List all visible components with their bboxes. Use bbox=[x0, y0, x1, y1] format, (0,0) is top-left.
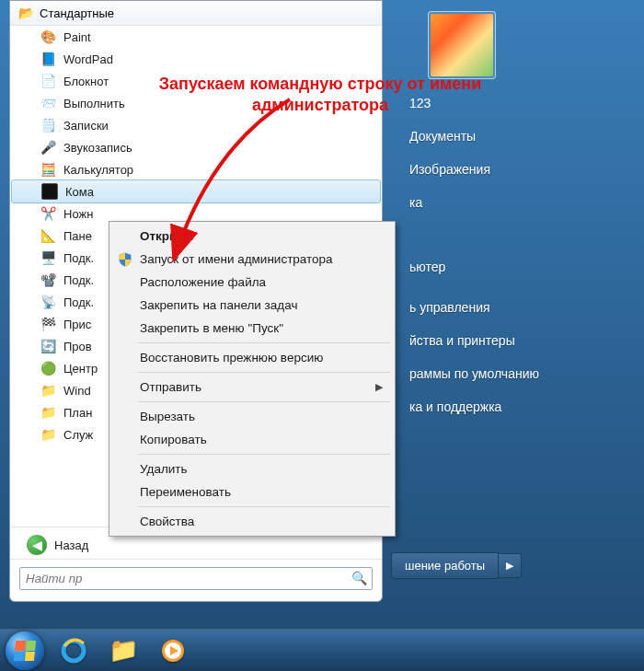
ctx-label: Отправить bbox=[140, 380, 201, 394]
right-link-documents[interactable]: Документы bbox=[409, 129, 635, 144]
tutorial-annotation: Запускаем командную строку от имени адми… bbox=[155, 74, 486, 115]
explorer-folder-icon: 📁 bbox=[109, 636, 138, 665]
cmd-icon bbox=[41, 183, 58, 200]
tablet-folder-icon: 📁 bbox=[40, 404, 56, 421]
shutdown-button[interactable]: шение работы bbox=[391, 552, 499, 579]
ctx-label: Запуск от имени администратора bbox=[140, 252, 333, 266]
program-item-sticky-notes[interactable]: 🗒️ Записки bbox=[10, 114, 382, 136]
ctx-restore-version[interactable]: Восстановить прежнюю версию bbox=[112, 346, 392, 369]
submenu-arrow-icon: ▶ bbox=[375, 381, 383, 393]
ie-icon bbox=[60, 637, 87, 665]
ctx-pin-start[interactable]: Закрепить в меню "Пуск" bbox=[112, 317, 392, 340]
sync-center-icon: 🟢 bbox=[40, 360, 56, 376]
ctx-label: Закрепить на панели задач bbox=[140, 298, 297, 312]
ctx-file-location[interactable]: Расположение файла bbox=[112, 271, 392, 294]
right-link-help[interactable]: ка и поддержка bbox=[409, 399, 635, 414]
annotation-line-1: Запускаем командную строку от имени bbox=[159, 75, 482, 93]
user-avatar-frame[interactable] bbox=[428, 11, 496, 79]
program-label: Калькулятор bbox=[63, 163, 133, 177]
calculator-icon: 🧮 bbox=[40, 161, 56, 178]
ctx-separator bbox=[138, 454, 390, 455]
program-label: Paint bbox=[63, 30, 91, 44]
projector-icon: 📽️ bbox=[40, 272, 56, 288]
program-label: Подк. bbox=[63, 295, 94, 309]
ctx-open[interactable]: Открыть bbox=[112, 225, 392, 248]
right-link-devices[interactable]: йства и принтеры bbox=[409, 333, 635, 348]
annotation-line-2: администратора bbox=[252, 96, 388, 114]
start-menu-right-column: 123 Документы Изображения ка ьютер ь упр… bbox=[391, 0, 635, 414]
shutdown-options-button[interactable]: ▶ bbox=[499, 553, 522, 578]
program-item-paint[interactable]: 🎨 Paint bbox=[10, 26, 382, 48]
search-icon: 🔍 bbox=[351, 571, 367, 585]
program-label: План bbox=[63, 406, 92, 420]
context-menu: Открыть Запуск от имени администратора Р… bbox=[109, 221, 396, 537]
shutdown-row: шение работы ▶ bbox=[391, 552, 522, 579]
ctx-label: Вырезать bbox=[140, 410, 195, 423]
ctx-separator bbox=[138, 342, 390, 343]
wordpad-icon: 📘 bbox=[40, 51, 56, 67]
program-label: Блокнот bbox=[63, 75, 109, 88]
ctx-label: Восстановить прежнюю версию bbox=[140, 351, 323, 364]
right-link-computer[interactable]: ьютер bbox=[409, 260, 635, 274]
getting-started-icon: 🏁 bbox=[40, 316, 56, 332]
program-label: Пров bbox=[63, 340, 92, 353]
program-label: Прис bbox=[63, 318, 91, 331]
ctx-copy[interactable]: Копировать bbox=[112, 428, 392, 451]
run-icon: 📨 bbox=[40, 95, 56, 111]
ctx-run-as-admin[interactable]: Запуск от имени администратора bbox=[112, 248, 392, 271]
system-tools-folder-icon: 📁 bbox=[40, 426, 56, 443]
ctx-properties[interactable]: Свойства bbox=[112, 510, 392, 533]
ctx-separator bbox=[138, 372, 390, 373]
program-label: Выполнить bbox=[63, 97, 125, 110]
sticky-notes-icon: 🗒️ bbox=[40, 117, 56, 133]
start-orb[interactable] bbox=[6, 631, 44, 670]
ctx-label: Свойства bbox=[140, 515, 194, 528]
program-item-wordpad[interactable]: 📘 WordPad bbox=[10, 48, 382, 70]
paint-icon: 🎨 bbox=[40, 29, 56, 45]
back-arrow-icon: ◀ bbox=[27, 535, 47, 555]
ctx-cut[interactable]: Вырезать bbox=[112, 405, 392, 428]
right-link-control-panel[interactable]: ь управления bbox=[409, 300, 635, 315]
program-label: Пане bbox=[63, 229, 92, 243]
taskbar-ie[interactable] bbox=[53, 635, 94, 666]
folder-icon: 📁 bbox=[40, 382, 56, 399]
uac-shield-icon bbox=[118, 252, 132, 267]
taskbar-media-player[interactable] bbox=[153, 635, 193, 666]
notepad-icon: 📄 bbox=[40, 73, 56, 89]
program-label: Записки bbox=[63, 119, 109, 133]
ctx-separator bbox=[138, 506, 390, 507]
ctx-send-to[interactable]: Отправить ▶ bbox=[112, 376, 392, 399]
right-link-music[interactable]: ка bbox=[409, 195, 635, 210]
taskbar-explorer[interactable]: 📁 bbox=[103, 635, 144, 666]
ctx-label: Открыть bbox=[140, 229, 194, 243]
math-panel-icon: 📐 bbox=[40, 227, 56, 244]
right-link-default-progs[interactable]: раммы по умолчанию bbox=[409, 366, 635, 381]
program-label: Звукозапись bbox=[63, 141, 132, 155]
search-input[interactable] bbox=[19, 567, 373, 590]
program-item-sound-recorder[interactable]: 🎤 Звукозапись bbox=[10, 136, 382, 158]
folder-title: Стандартные bbox=[40, 6, 114, 20]
program-label: Подк. bbox=[63, 273, 94, 287]
ctx-label: Удалить bbox=[140, 462, 188, 476]
ctx-pin-taskbar[interactable]: Закрепить на панели задач bbox=[112, 294, 392, 317]
right-link-images[interactable]: Изображения bbox=[409, 162, 635, 177]
program-label: Ножн bbox=[63, 207, 93, 221]
ctx-label: Копировать bbox=[140, 433, 207, 446]
snipping-icon: ✂️ bbox=[40, 205, 56, 222]
ctx-separator bbox=[138, 401, 390, 402]
ctx-label: Переименовать bbox=[140, 485, 231, 499]
ctx-delete[interactable]: Удалить bbox=[112, 457, 392, 480]
program-item-cmd[interactable]: Кома bbox=[11, 179, 381, 203]
rdp-icon: 🖥️ bbox=[40, 249, 56, 266]
sound-recorder-icon: 🎤 bbox=[40, 139, 56, 156]
ctx-label: Расположение файла bbox=[140, 275, 266, 289]
programs-folder-header[interactable]: 📂 Стандартные bbox=[10, 1, 382, 26]
program-label: Служ bbox=[63, 428, 93, 442]
media-player-icon bbox=[159, 637, 187, 665]
ctx-rename[interactable]: Переименовать bbox=[112, 480, 392, 503]
windows-logo-icon bbox=[14, 641, 36, 661]
back-label: Назад bbox=[54, 538, 88, 552]
program-item-calculator[interactable]: 🧮 Калькулятор bbox=[10, 158, 382, 180]
program-label: WordPad bbox=[63, 52, 113, 66]
search-row: 🔍 bbox=[10, 559, 382, 601]
